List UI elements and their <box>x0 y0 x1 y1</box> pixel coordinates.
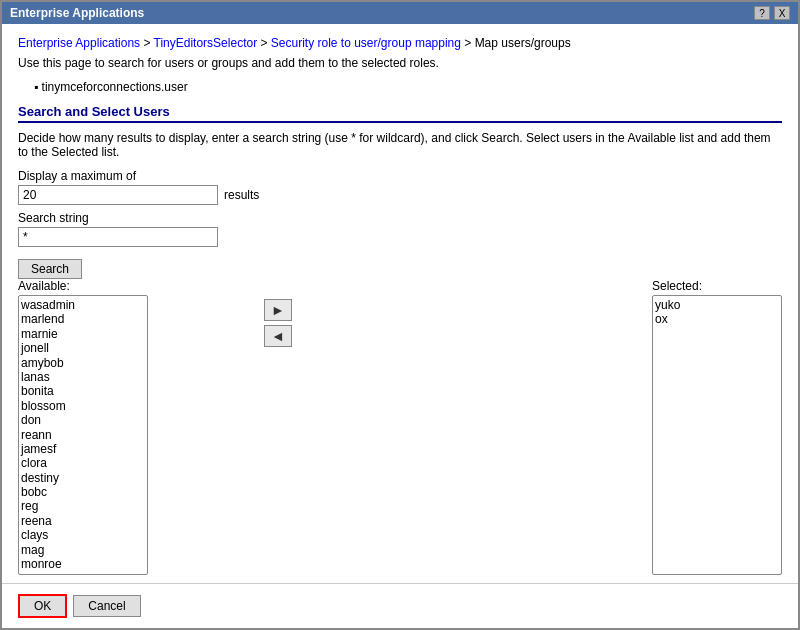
cancel-button[interactable]: Cancel <box>73 595 140 617</box>
title-bar: Enterprise Applications ? X <box>2 2 798 24</box>
breadcrumb-tiny-editors[interactable]: TinyEditorsSelector <box>154 36 258 50</box>
search-string-input[interactable] <box>18 227 218 247</box>
title-bar-controls: ? X <box>754 6 790 20</box>
search-string-field: Search string <box>18 211 782 247</box>
selected-label: Selected: <box>652 279 782 293</box>
main-window: Enterprise Applications ? X Enterprise A… <box>0 0 800 630</box>
role-item: tinymceforconnections.user <box>34 80 782 94</box>
close-button[interactable]: X <box>774 6 790 20</box>
help-button[interactable]: ? <box>754 6 770 20</box>
breadcrumb: Enterprise Applications > TinyEditorsSel… <box>18 36 782 50</box>
footer: OK Cancel <box>2 583 798 628</box>
selected-section: Selected: yukoox <box>652 279 782 575</box>
instruction-text: Decide how many results to display, ente… <box>18 131 782 159</box>
results-label: results <box>224 188 259 202</box>
available-list[interactable]: wasadminmarlendmarniejonellamyboblanasbo… <box>18 295 148 575</box>
search-button[interactable]: Search <box>18 259 82 279</box>
breadcrumb-sep2: > <box>260 36 270 50</box>
remove-button[interactable]: ◄ <box>264 325 292 347</box>
search-section: Search and Select Users Decide how many … <box>18 104 782 279</box>
arrow-buttons: ► ◄ <box>148 299 408 347</box>
breadcrumb-enterprise-apps[interactable]: Enterprise Applications <box>18 36 140 50</box>
selected-list[interactable]: yukoox <box>652 295 782 575</box>
breadcrumb-current: Map users/groups <box>475 36 571 50</box>
search-string-label: Search string <box>18 211 782 225</box>
add-button[interactable]: ► <box>264 299 292 321</box>
max-field: Display a maximum of results <box>18 169 782 205</box>
breadcrumb-security-role[interactable]: Security role to user/group mapping <box>271 36 461 50</box>
page-description: Use this page to search for users or gro… <box>18 56 782 70</box>
lists-row: Available: wasadminmarlendmarniejonellam… <box>18 279 782 575</box>
max-row: results <box>18 185 782 205</box>
breadcrumb-sep3: > <box>464 36 474 50</box>
search-section-header: Search and Select Users <box>18 104 782 123</box>
window-title: Enterprise Applications <box>10 6 144 20</box>
page-content: Enterprise Applications > TinyEditorsSel… <box>2 24 798 583</box>
max-label: Display a maximum of <box>18 169 782 183</box>
ok-button[interactable]: OK <box>18 594 67 618</box>
available-label: Available: <box>18 279 148 293</box>
available-section: Available: wasadminmarlendmarniejonellam… <box>18 279 148 575</box>
max-input[interactable] <box>18 185 218 205</box>
breadcrumb-sep1: > <box>143 36 153 50</box>
